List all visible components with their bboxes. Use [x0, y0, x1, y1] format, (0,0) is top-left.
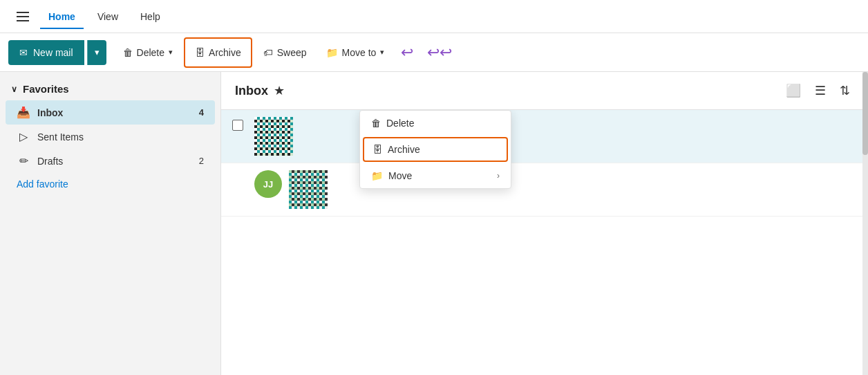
new-mail-label: New mail [33, 47, 73, 58]
hamburger-menu-icon[interactable] [11, 6, 35, 27]
sort-button[interactable]: ⇅ [836, 80, 854, 101]
move-to-chevron-icon: ▾ [380, 48, 384, 57]
archive-icon: 🗄 [195, 47, 205, 58]
chevron-down-icon: ∨ [11, 84, 17, 94]
archive-icon: 🗄 [372, 144, 382, 155]
email-list: 🗑 Delete 🗄 Archive 📁 Move › [221, 110, 868, 375]
drafts-icon: ✏ [17, 154, 30, 167]
chevron-down-icon: ▾ [95, 47, 100, 57]
context-menu-delete[interactable]: 🗑 Delete [360, 111, 511, 136]
delete-icon: 🗑 [371, 118, 381, 129]
sent-icon: ▷ [17, 130, 30, 143]
nav-tab-help[interactable]: Help [132, 6, 169, 29]
filter-button[interactable]: ☰ [811, 80, 830, 101]
checkbox-area-1[interactable] [232, 120, 249, 131]
reply-button[interactable]: ↩ [395, 41, 419, 64]
sidebar-item-inbox[interactable]: 📥 Inbox 4 [6, 100, 215, 125]
mail-icon: ✉ [19, 47, 28, 58]
context-menu: 🗑 Delete 🗄 Archive 📁 Move › [359, 110, 511, 189]
reading-pane-button[interactable]: ⬜ [782, 80, 805, 101]
delete-dropdown-icon: ▾ [169, 48, 173, 57]
inbox-actions: ⬜ ☰ ⇅ [782, 80, 854, 101]
sweep-icon: 🏷 [263, 47, 273, 58]
context-menu-move[interactable]: 📁 Move › [360, 163, 511, 188]
inbox-icon: 📥 [17, 106, 30, 119]
toolbar: ✉ New mail ▾ 🗑 Delete ▾ 🗄 Archive 🏷 Swee… [0, 33, 868, 72]
email-item-1[interactable]: 🗑 Delete 🗄 Archive 📁 Move › [221, 110, 868, 163]
email-item-2[interactable]: JJ [221, 163, 868, 217]
inbox-title: Inbox [235, 84, 268, 98]
email-checkbox-1[interactable] [232, 120, 243, 131]
favorites-header[interactable]: ∨ Favorites [0, 80, 220, 100]
delete-icon: 🗑 [123, 47, 133, 58]
reply-all-button[interactable]: ↩↩ [422, 41, 457, 64]
avatar-2-pixel [289, 170, 328, 209]
new-mail-button[interactable]: ✉ New mail [8, 40, 84, 65]
sweep-button[interactable]: 🏷 Sweep [255, 40, 315, 65]
scrollbar-track[interactable] [862, 72, 868, 375]
email-area: Inbox ★ ⬜ ☰ ⇅ 🗑 Delete [221, 72, 868, 375]
drafts-badge: 2 [199, 156, 204, 166]
top-navigation: Home View Help [0, 0, 868, 33]
inbox-label: Inbox [37, 107, 192, 118]
add-favorite-button[interactable]: Add favorite [6, 173, 215, 195]
drafts-label: Drafts [37, 156, 192, 167]
archive-button-wrapper: 🗄 Archive [184, 37, 252, 68]
nav-tab-home[interactable]: Home [40, 6, 84, 29]
avatar-1 [254, 117, 293, 156]
sidebar: ∨ Favorites 📥 Inbox 4 ▷ Sent Items ✏ Dra… [0, 72, 221, 375]
main-layout: ∨ Favorites 📥 Inbox 4 ▷ Sent Items ✏ Dra… [0, 72, 868, 375]
delete-button[interactable]: 🗑 Delete ▾ [115, 40, 181, 65]
new-mail-dropdown-button[interactable]: ▾ [87, 40, 106, 65]
move-to-icon: 📁 [326, 47, 338, 58]
scrollbar-thumb[interactable] [862, 72, 868, 155]
sent-label: Sent Items [37, 131, 204, 143]
archive-button[interactable]: 🗄 Archive [187, 40, 249, 65]
avatar-jj: JJ [254, 170, 282, 198]
move-icon: 📁 [371, 170, 383, 181]
move-to-button[interactable]: 📁 Move to ▾ [318, 40, 393, 65]
inbox-badge: 4 [199, 107, 204, 118]
favorites-label: Favorites [23, 83, 69, 95]
inbox-header: Inbox ★ ⬜ ☰ ⇅ [221, 72, 868, 110]
sidebar-item-sent[interactable]: ▷ Sent Items [6, 125, 215, 149]
star-icon[interactable]: ★ [274, 83, 285, 98]
context-menu-archive[interactable]: 🗄 Archive [363, 137, 508, 162]
nav-tab-view[interactable]: View [89, 6, 126, 29]
sidebar-item-drafts[interactable]: ✏ Drafts 2 [6, 149, 215, 173]
move-arrow-icon: › [497, 171, 500, 181]
